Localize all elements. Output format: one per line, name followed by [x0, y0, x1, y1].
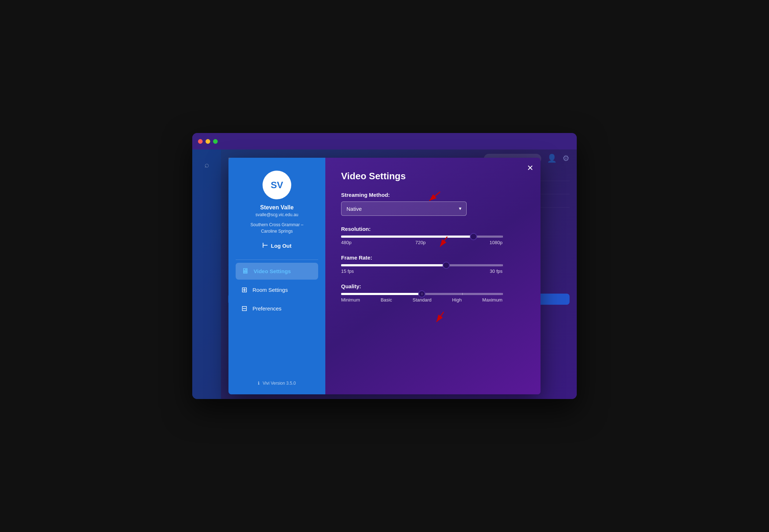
close-window-button[interactable]	[198, 139, 203, 144]
streaming-method-select[interactable]: Native WebRTC RTMP	[341, 201, 467, 216]
streaming-method-label: Streaming Method:	[341, 192, 525, 198]
user-name: Steven Valle	[260, 204, 293, 211]
resolution-slider-track[interactable]	[341, 236, 503, 238]
tick-high	[462, 293, 463, 295]
tick-maximum	[503, 293, 503, 295]
tick-15fps	[341, 264, 341, 266]
tick-720p	[422, 236, 422, 238]
quality-label-basic: Basic	[381, 297, 392, 303]
framerate-slider-fill	[341, 264, 446, 266]
streaming-method-select-wrapper: Native WebRTC RTMP ▼	[341, 201, 467, 216]
version-info: ℹ Vivi Version 3.5.0	[258, 381, 296, 386]
version-label: Vivi Version 3.5.0	[263, 381, 296, 386]
user-email: svalle@scg.vic.edu.au	[255, 212, 298, 217]
logout-label: Log Out	[271, 243, 291, 249]
nav-item-preferences-label: Preferences	[253, 305, 282, 312]
nav-item-preferences[interactable]: ⊟ Preferences	[236, 300, 318, 317]
preferences-icon: ⊟	[241, 304, 247, 313]
settings-title: Video Settings	[341, 171, 525, 182]
nav-item-video-settings[interactable]: 🖥 Video Settings	[236, 263, 318, 280]
room-settings-icon: ⊞	[241, 285, 247, 294]
quality-label-maximum: Maximum	[482, 297, 503, 303]
app-area: ⌕ Room › Pr... › Se... › Ot... Co... 👤 ⚙	[192, 149, 577, 399]
tick-30fps	[503, 264, 503, 266]
user-org: Southern Cross Grammar –Caroline Springs	[250, 222, 303, 234]
resolution-label: Resolution:	[341, 226, 525, 232]
settings-modal: SV Steven Valle svalle@scg.vic.edu.au So…	[228, 158, 541, 394]
logout-icon: ⊢	[262, 242, 268, 250]
quality-label-standard: Standard	[412, 297, 431, 303]
minimize-window-button[interactable]	[206, 139, 210, 144]
resolution-slider-thumb[interactable]	[470, 233, 477, 240]
resolution-label-1080p: 1080p	[490, 240, 503, 245]
avatar-initials: SV	[271, 180, 283, 191]
modal-content: ✕ Video Settings Streaming Method: Nativ…	[325, 158, 541, 394]
tick-minimum	[341, 293, 341, 295]
nav-item-video-settings-label: Video Settings	[254, 268, 291, 274]
quality-label-minimum: Minimum	[341, 297, 360, 303]
framerate-slider-track[interactable]	[341, 264, 503, 266]
framerate-slider-thumb[interactable]	[443, 262, 450, 269]
resolution-slider-fill	[341, 236, 473, 238]
resolution-label-480p: 480p	[341, 240, 352, 245]
resolution-label-720p: 720p	[415, 240, 426, 245]
logout-button[interactable]: ⊢ Log Out	[262, 242, 291, 250]
nav-item-room-settings[interactable]: ⊞ Room Settings	[236, 281, 318, 298]
tick-basic	[382, 293, 382, 295]
quality-slider-track[interactable]	[341, 293, 503, 295]
resolution-section: Resolution: 480p 720p 1080p	[341, 226, 525, 245]
maximize-window-button[interactable]	[213, 139, 218, 144]
sidebar-divider	[236, 260, 318, 260]
close-button[interactable]: ✕	[527, 164, 533, 172]
tick-standard	[422, 293, 422, 295]
framerate-section: Frame Rate: 15 fps 30 fps	[341, 255, 525, 274]
framerate-labels: 15 fps 30 fps	[341, 269, 503, 274]
avatar: SV	[263, 171, 291, 199]
framerate-label-15fps: 15 fps	[341, 269, 354, 274]
tick-1080p	[503, 236, 503, 238]
svg-line-3	[437, 312, 444, 322]
video-settings-icon: 🖥	[241, 267, 249, 275]
quality-label: Quality:	[341, 283, 525, 289]
quality-labels: Minimum Basic Standard High Maximum	[341, 297, 503, 303]
tick-480p	[341, 236, 341, 238]
quality-section: Quality: Minimum Basic	[341, 283, 525, 303]
modal-sidebar: SV Steven Valle svalle@scg.vic.edu.au So…	[228, 158, 325, 394]
framerate-label-30fps: 30 fps	[490, 269, 503, 274]
title-bar	[192, 133, 577, 149]
info-icon: ℹ	[258, 381, 260, 386]
framerate-label: Frame Rate:	[341, 255, 525, 261]
resolution-labels: 480p 720p 1080p	[341, 240, 503, 245]
quality-label-high: High	[452, 297, 462, 303]
app-window: ⌕ Room › Pr... › Se... › Ot... Co... 👤 ⚙	[192, 133, 577, 399]
modal-overlay: SV Steven Valle svalle@scg.vic.edu.au So…	[192, 149, 577, 399]
nav-item-room-settings-label: Room Settings	[253, 287, 288, 293]
